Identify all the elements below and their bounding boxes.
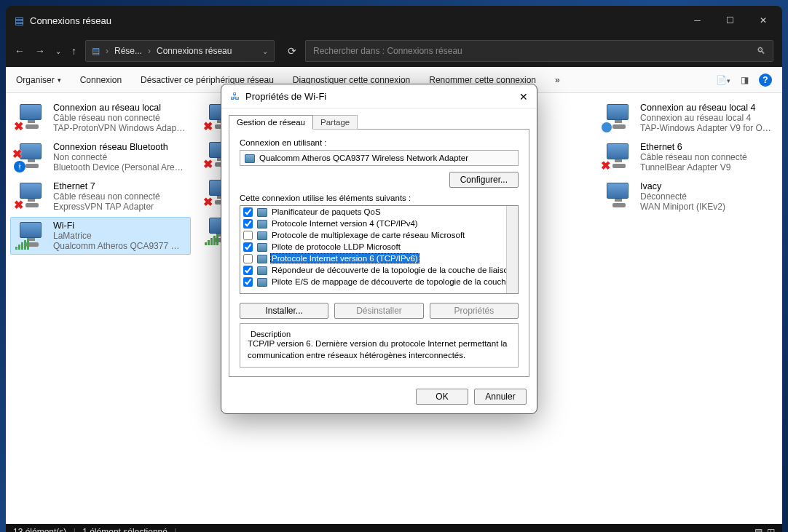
- description-group: Description TCP/IP version 6. Dernière v…: [240, 323, 519, 368]
- address-bar[interactable]: ▤ › Rése... › Connexions réseau ⌄: [85, 40, 275, 62]
- up-button[interactable]: ↑: [71, 45, 76, 57]
- component-icon: [257, 278, 267, 287]
- component-checkbox[interactable]: [243, 277, 253, 287]
- address-icon: ▤: [92, 46, 100, 56]
- component-icon: [257, 266, 267, 275]
- component-item[interactable]: Planificateur de paquets QoS: [240, 206, 506, 218]
- dialog-close-button[interactable]: ✕: [519, 91, 528, 103]
- adapter-status: Déconnecté: [640, 191, 725, 202]
- adapter-item[interactable]: ✖Ethernet 6Câble réseau non connectéTunn…: [597, 138, 778, 176]
- item-count: 13 élément(s): [13, 527, 66, 532]
- adapter-item[interactable]: ✖Ethernet 7Câble réseau non connectéExpr…: [10, 178, 191, 215]
- adapter-icon: [245, 154, 255, 163]
- view-details-icon[interactable]: ▤: [754, 527, 763, 532]
- adapter-item[interactable]: ᚼ✖Connexion réseau BluetoothNon connecté…: [10, 138, 191, 176]
- adapter-item[interactable]: ✖Connexion au réseau localCâble réseau n…: [10, 99, 191, 137]
- app-icon: ▤: [15, 15, 24, 26]
- adapter-name: Connexion réseau Bluetooth: [53, 142, 186, 152]
- adapter-name: Connexion au réseau local: [53, 103, 186, 113]
- description-title: Description: [248, 330, 293, 338]
- refresh-button[interactable]: ⟳: [288, 45, 296, 57]
- view-options-icon[interactable]: 📄▾: [716, 75, 730, 85]
- component-label: Pilote de protocole LLDP Microsoft: [270, 242, 402, 252]
- adapter-status: Non connecté: [53, 152, 186, 162]
- search-icon: 🔍︎: [757, 46, 765, 56]
- component-checkbox[interactable]: [243, 242, 253, 252]
- address-dropdown-icon[interactable]: ⌄: [262, 47, 268, 55]
- component-item[interactable]: Protocole de multiplexage de carte résea…: [240, 229, 506, 241]
- adapter-name-field: Qualcomm Atheros QCA9377 Wireless Networ…: [240, 150, 519, 166]
- component-checkbox[interactable]: [243, 266, 253, 275]
- component-item[interactable]: Protocole Internet version 4 (TCP/IPv4): [240, 218, 506, 229]
- component-label: Protocole Internet version 4 (TCP/IPv4): [270, 218, 419, 229]
- adapter-item[interactable]: Connexion au réseau local 4Connexion au …: [597, 99, 778, 137]
- component-icon: [257, 231, 267, 240]
- breadcrumb-segment[interactable]: Rése...: [114, 46, 142, 56]
- adapter-name: Ivacy: [640, 181, 725, 191]
- adapter-device: TunnelBear Adapter V9: [640, 162, 747, 172]
- configure-button[interactable]: Configurer...: [449, 172, 519, 188]
- cancel-button[interactable]: Annuler: [474, 389, 527, 405]
- wifi-properties-dialog: 🖧 Propriétés de Wi-Fi ✕ Gestion de résea…: [221, 84, 537, 414]
- status-bar: 13 élément(s) | 1 élément sélectionné | …: [6, 524, 782, 532]
- help-icon[interactable]: ?: [759, 74, 772, 87]
- recent-dropdown[interactable]: ⌄: [55, 47, 61, 55]
- component-item[interactable]: Protocole Internet version 6 (TCP/IPv6): [240, 253, 506, 264]
- component-label: Pilote E/S de mappage de découverte de t…: [270, 277, 506, 287]
- adapter-device: Qualcomm Atheros QCA9377 Wir...: [53, 241, 186, 251]
- preview-pane-icon[interactable]: ◨: [741, 75, 749, 85]
- cmd-connection[interactable]: Connexion: [80, 75, 122, 85]
- adapter-device: TAP-Windows Adapter V9 for Ope...: [640, 123, 773, 133]
- adapter-device: TAP-ProtonVPN Windows Adapter...: [53, 123, 186, 133]
- component-checkbox[interactable]: [243, 207, 253, 217]
- component-checkbox[interactable]: [243, 219, 253, 229]
- window-titlebar: ▤ Connexions réseau ─ ☐ ✕: [6, 6, 782, 35]
- network-components-list[interactable]: Planificateur de paquets QoSProtocole In…: [240, 205, 519, 294]
- maximize-button[interactable]: ☐: [714, 9, 746, 31]
- adapter-device: Bluetooth Device (Personal Area ...: [53, 162, 186, 172]
- dialog-icon: 🖧: [230, 91, 240, 102]
- navigation-toolbar: ← → ⌄ ↑ ▤ › Rése... › Connexions réseau …: [6, 35, 782, 67]
- cmd-overflow[interactable]: »: [555, 75, 560, 85]
- breadcrumb-segment[interactable]: Connexions réseau: [157, 46, 232, 56]
- selection-count: 1 élément sélectionné: [82, 527, 168, 532]
- close-button[interactable]: ✕: [746, 9, 779, 31]
- component-label: Planificateur de paquets QoS: [270, 207, 382, 217]
- component-item[interactable]: Répondeur de découverte de la topologie …: [240, 264, 506, 276]
- adapter-status: LaMatrice: [53, 231, 186, 241]
- component-icon: [257, 255, 267, 263]
- adapter-name: Ethernet 6: [640, 142, 747, 152]
- component-label: Protocole de multiplexage de carte résea…: [270, 230, 466, 240]
- chevron-down-icon: ▾: [58, 76, 61, 84]
- back-button[interactable]: ←: [15, 45, 25, 57]
- component-item[interactable]: Pilote de protocole LLDP Microsoft: [240, 241, 506, 253]
- ok-button[interactable]: OK: [416, 389, 468, 405]
- adapter-item[interactable]: IvacyDéconnectéWAN Miniport (IKEv2): [597, 178, 778, 215]
- elements-label: Cette connexion utilise les éléments sui…: [240, 194, 519, 202]
- adapter-name: Ethernet 7: [53, 181, 160, 191]
- component-label: Protocole Internet version 6 (TCP/IPv6): [270, 253, 419, 263]
- adapter-status: Câble réseau non connecté: [53, 113, 186, 123]
- view-large-icon[interactable]: ◫: [767, 527, 775, 532]
- component-checkbox[interactable]: [243, 254, 253, 263]
- tab-sharing[interactable]: Partage: [312, 115, 358, 130]
- adapter-item[interactable]: Wi-FiLaMatriceQualcomm Atheros QCA9377 W…: [10, 217, 191, 255]
- component-icon: [257, 243, 267, 252]
- adapter-status: Câble réseau non connecté: [640, 152, 747, 162]
- crumb-sep-icon: ›: [148, 46, 151, 56]
- search-box[interactable]: Rechercher dans : Connexions réseau 🔍︎: [305, 40, 773, 62]
- organize-menu[interactable]: Organiser ▾: [16, 75, 61, 85]
- dialog-title: Propriétés de Wi-Fi: [245, 91, 326, 102]
- adapter-device: ExpressVPN TAP Adapter: [53, 202, 160, 212]
- minimize-button[interactable]: ─: [681, 9, 714, 31]
- install-button[interactable]: Installer...: [240, 303, 328, 319]
- properties-button[interactable]: Propriétés: [430, 303, 519, 319]
- forward-button[interactable]: →: [35, 45, 45, 57]
- adapter-device: WAN Miniport (IKEv2): [640, 202, 725, 212]
- tab-network[interactable]: Gestion de réseau: [229, 115, 313, 130]
- list-scrollbar[interactable]: [506, 206, 518, 293]
- component-item[interactable]: Pilote E/S de mappage de découverte de t…: [240, 276, 506, 287]
- component-checkbox[interactable]: [243, 231, 253, 240]
- uninstall-button[interactable]: Désinstaller: [334, 303, 423, 319]
- component-icon: [257, 220, 267, 229]
